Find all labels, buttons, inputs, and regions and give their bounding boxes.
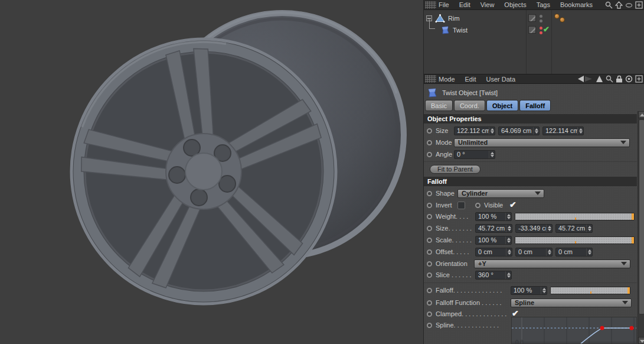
- invert-checkbox[interactable]: [457, 202, 465, 209]
- object-row-rim[interactable]: Rim: [424, 12, 644, 24]
- spinner[interactable]: [489, 151, 495, 158]
- menu-view[interactable]: View: [480, 1, 495, 8]
- slider-handle[interactable]: [627, 287, 630, 294]
- spinner[interactable]: [586, 225, 592, 232]
- object-row-twist[interactable]: Twist ✔: [424, 24, 644, 36]
- anim-dot[interactable]: [427, 288, 432, 293]
- falloff-strength-slider[interactable]: [550, 287, 630, 294]
- menu-mode[interactable]: Mode: [439, 76, 455, 83]
- scrollbar[interactable]: [638, 111, 644, 344]
- menu-edit[interactable]: Edit: [459, 1, 470, 8]
- offset-z-field[interactable]: 0 cm: [555, 248, 593, 257]
- visible-checkbox[interactable]: [508, 202, 516, 209]
- anim-dot[interactable]: [427, 238, 432, 243]
- spinner[interactable]: [505, 213, 511, 220]
- anim-dot[interactable]: [427, 152, 432, 157]
- anim-dot[interactable]: [427, 261, 432, 267]
- spinner[interactable]: [505, 236, 511, 244]
- spinner[interactable]: [533, 127, 539, 135]
- enable-dot-bottom[interactable]: [540, 31, 542, 34]
- add-panel-icon[interactable]: [635, 1, 643, 9]
- layer-chip[interactable]: [528, 26, 536, 34]
- offset-x-field[interactable]: 0 cm: [475, 248, 512, 257]
- spinner[interactable]: [546, 225, 552, 232]
- section-header-falloff[interactable]: Falloff: [424, 177, 637, 186]
- enable-dot-top[interactable]: [540, 27, 542, 30]
- spinner[interactable]: [489, 127, 495, 135]
- tab-object[interactable]: Object: [486, 100, 518, 111]
- falloff-strength-field[interactable]: 100 %: [511, 286, 547, 295]
- size-x-field[interactable]: 122.112 cm: [454, 126, 495, 135]
- spinner[interactable]: [541, 287, 547, 294]
- spline-graph[interactable]: 0.8: [511, 317, 637, 344]
- spinner[interactable]: [506, 225, 512, 232]
- scroll-up-icon[interactable]: [638, 111, 644, 118]
- scrollbar-thumb[interactable]: [639, 119, 644, 314]
- anim-dot[interactable]: [427, 128, 432, 134]
- anim-dot[interactable]: [475, 203, 480, 208]
- spinner[interactable]: [505, 271, 511, 279]
- anim-dot[interactable]: [427, 140, 432, 145]
- history-back-icon[interactable]: [577, 75, 593, 83]
- up-level-icon[interactable]: [596, 75, 603, 83]
- spinner[interactable]: [577, 127, 583, 135]
- anim-dot[interactable]: [427, 323, 432, 328]
- weight-slider[interactable]: [515, 213, 635, 220]
- section-header-object-properties[interactable]: Object Properties: [424, 114, 637, 124]
- falloff-size-y-field[interactable]: -33.349 cm: [515, 224, 553, 233]
- menu-edit[interactable]: Edit: [465, 76, 476, 83]
- spline-point[interactable]: [600, 326, 604, 330]
- weight-field[interactable]: 100 %: [475, 212, 512, 221]
- anim-dot[interactable]: [427, 214, 432, 219]
- lock-icon[interactable]: [616, 75, 623, 83]
- anim-dot[interactable]: [427, 272, 432, 278]
- material-tag-icon[interactable]: [560, 17, 565, 22]
- anim-dot[interactable]: [427, 249, 432, 255]
- menu-objects[interactable]: Objects: [504, 1, 526, 8]
- add-panel-icon[interactable]: [635, 75, 643, 83]
- angle-field[interactable]: 0 °: [454, 150, 495, 159]
- anim-dot[interactable]: [427, 300, 432, 306]
- falloff-function-dropdown[interactable]: Spline: [511, 298, 632, 307]
- material-tag-icon[interactable]: [554, 14, 560, 19]
- slider-handle[interactable]: [632, 237, 634, 244]
- menu-tags[interactable]: Tags: [537, 1, 550, 8]
- slice-field[interactable]: 360 °: [475, 271, 512, 280]
- anim-dot[interactable]: [427, 226, 432, 231]
- anim-dot[interactable]: [427, 203, 432, 208]
- spline-point[interactable]: [630, 326, 634, 330]
- menu-file[interactable]: File: [439, 1, 449, 8]
- fit-to-parent-button[interactable]: Fit to Parent: [430, 165, 480, 174]
- layer-chip[interactable]: [528, 14, 536, 22]
- shape-dropdown[interactable]: Cylinder: [457, 189, 544, 198]
- anim-dot[interactable]: [427, 311, 432, 317]
- tab-basic[interactable]: Basic: [425, 100, 453, 111]
- panel-grip[interactable]: [425, 1, 436, 9]
- slider-handle[interactable]: [632, 213, 634, 220]
- falloff-spline-curve[interactable]: [565, 328, 633, 344]
- scale-slider[interactable]: [515, 236, 635, 244]
- deformer-enabled-check-icon[interactable]: ✔: [543, 25, 550, 34]
- spinner[interactable]: [586, 248, 592, 256]
- menu-user-data[interactable]: User Data: [486, 76, 516, 83]
- size-z-field[interactable]: 122.114 cm: [542, 126, 584, 135]
- falloff-size-x-field[interactable]: 45.72 cm: [475, 224, 512, 233]
- menu-bookmarks[interactable]: Bookmarks: [560, 1, 593, 8]
- tab-falloff[interactable]: Falloff: [519, 100, 551, 111]
- panel-grip[interactable]: [425, 75, 436, 83]
- size-y-field[interactable]: 64.069 cm: [498, 126, 540, 135]
- spinner[interactable]: [506, 248, 512, 256]
- target-icon[interactable]: [625, 75, 633, 83]
- scroll-down-icon[interactable]: [638, 337, 644, 344]
- search-icon[interactable]: [605, 1, 613, 9]
- orientation-dropdown[interactable]: +Y: [474, 259, 630, 268]
- falloff-size-z-field[interactable]: 45.72 cm: [555, 224, 593, 233]
- mode-dropdown[interactable]: Unlimited: [454, 138, 630, 147]
- anim-dot[interactable]: [427, 191, 432, 196]
- scale-field[interactable]: 100 %: [475, 236, 512, 245]
- search-icon[interactable]: [606, 75, 613, 83]
- enable-dot-bottom[interactable]: [540, 20, 542, 22]
- eye-icon[interactable]: [625, 1, 633, 9]
- tab-coord[interactable]: Coord.: [454, 100, 485, 111]
- spinner[interactable]: [546, 248, 552, 256]
